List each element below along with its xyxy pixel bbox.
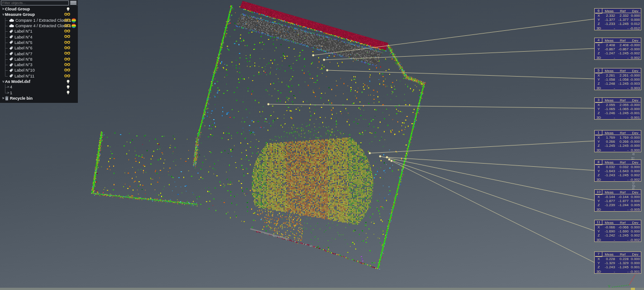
glasses-icon[interactable] bbox=[64, 12, 70, 16]
value-cell: -0.144 bbox=[602, 195, 616, 199]
table-header-row: 11MeasRefDev bbox=[595, 220, 640, 225]
glasses-icon[interactable] bbox=[64, 29, 70, 33]
value-cell: 0.005 bbox=[630, 203, 641, 207]
tree-item-measure-group[interactable]: >Measure Group bbox=[0, 12, 78, 17]
value-cell: - bbox=[616, 148, 630, 152]
measure-label-table-3[interactable]: 3MeasRefDevX2.0552.055-0.000Y-1.065-1.06… bbox=[594, 97, 641, 120]
value-cell: -1.329 bbox=[602, 261, 616, 265]
glasses-icon[interactable] bbox=[64, 34, 70, 38]
tree-item-label-n-7[interactable]: Label N°7 bbox=[0, 51, 78, 56]
value-cell: -1.377 bbox=[616, 18, 630, 22]
value-cell: - bbox=[602, 116, 616, 120]
value-cell: -1.245 bbox=[616, 111, 630, 115]
row-label: Z bbox=[595, 144, 602, 148]
tree-item-4[interactable]: >4 bbox=[0, 84, 78, 90]
tree-item-1[interactable]: >1 bbox=[0, 90, 78, 95]
value-cell: -0.000 bbox=[630, 135, 641, 140]
table-row: Y-1.329-1.3290.000 bbox=[595, 261, 640, 265]
glasses-icon[interactable] bbox=[64, 74, 70, 77]
value-cell: -0.000 bbox=[630, 77, 641, 82]
value-cell: -0.000 bbox=[630, 140, 641, 144]
value-cell: -0.066 bbox=[602, 225, 616, 229]
tree-item-as-model-dxf[interactable]: >As Model.dxf bbox=[0, 79, 78, 84]
tree-item-label: Measure Group bbox=[5, 12, 35, 17]
value-cell: -1.245 bbox=[616, 144, 630, 148]
chevron-right-icon[interactable]: > bbox=[1, 96, 5, 101]
glasses-icon[interactable] bbox=[64, 24, 70, 27]
chevron-down-icon[interactable]: > bbox=[0, 80, 6, 83]
tree-item-compare-1-extracted-cloud-1[interactable]: Compare 1 / Extracted Cloud 1 bbox=[0, 18, 78, 23]
table-row: Y-1.065-1.065-0.000 bbox=[595, 107, 640, 111]
glasses-icon[interactable] bbox=[64, 63, 70, 66]
value-cell: - bbox=[602, 86, 616, 90]
row-label: Y bbox=[595, 199, 602, 203]
table-row: X2.2612.261-0.000 bbox=[595, 73, 640, 77]
tree-item-recycle-bin[interactable]: >Recycle bin bbox=[0, 96, 78, 101]
bulb-icon[interactable] bbox=[66, 79, 70, 84]
row-label: Y bbox=[595, 47, 602, 51]
tree-item-compare-4-extracted-cloud-1[interactable]: Compare 4 / Extracted Cloud 1 bbox=[0, 23, 78, 29]
row-label: X bbox=[595, 195, 602, 199]
table-row: 3D---0.002 bbox=[595, 238, 640, 242]
tree-item-label-n-5[interactable]: Label N°5 bbox=[0, 40, 78, 45]
glasses-icon[interactable] bbox=[64, 68, 70, 72]
tree-toolbar bbox=[0, 0, 78, 6]
column-header: Dev bbox=[630, 190, 641, 194]
column-header: Meas bbox=[602, 9, 616, 13]
glasses-icon[interactable] bbox=[64, 40, 70, 44]
bulb-icon[interactable] bbox=[66, 90, 70, 95]
tree-item-label: Label N°8 bbox=[14, 57, 33, 62]
measure-label-table-5[interactable]: 5MeasRefDevX2.2612.261-0.000Y-1.058-1.05… bbox=[594, 68, 641, 90]
measure-label-table-4[interactable]: 4MeasRefDevX2.4082.408-0.000Y-0.867-0.86… bbox=[594, 38, 641, 60]
rainbow-icon[interactable] bbox=[72, 24, 76, 28]
tree-item-cloud-group[interactable]: >Cloud Group bbox=[0, 6, 78, 12]
tree-item-label-n-4[interactable]: Label N°4 bbox=[0, 34, 78, 39]
bulb-icon[interactable] bbox=[66, 7, 70, 12]
point-cloud-canvas[interactable] bbox=[0, 0, 644, 290]
table-row: X0.2280.2280.000 bbox=[595, 256, 640, 261]
measure-label-table-7[interactable]: 7MeasRefDevX0.2280.2280.000Y-1.329-1.329… bbox=[594, 251, 641, 274]
table-row: Z-1.233-1.2450.012 bbox=[595, 22, 640, 26]
column-header: Meas bbox=[602, 160, 616, 164]
tree-item-label-n-6[interactable]: Label N°6 bbox=[0, 45, 78, 51]
row-label: 3D bbox=[595, 86, 602, 90]
tree-connector-tick bbox=[5, 37, 8, 38]
tree-item-label: Label N°5 bbox=[14, 40, 33, 45]
bulb-icon[interactable] bbox=[66, 85, 70, 90]
row-label: Y bbox=[595, 261, 602, 265]
value-cell: -0.002 bbox=[630, 238, 641, 242]
measure-label-table-11[interactable]: 11MeasRefDevX-0.066-0.0660.000Y-1.690-1.… bbox=[594, 220, 641, 242]
tree-item-label-n-8[interactable]: Label N°8 bbox=[0, 57, 78, 62]
row-label: X bbox=[595, 257, 602, 261]
rainbow-icon[interactable] bbox=[72, 18, 76, 23]
table-row: 3D---0.002 bbox=[595, 178, 640, 182]
column-header: Dev bbox=[630, 252, 641, 256]
column-header: Ref bbox=[616, 221, 630, 225]
value-cell: -0.003 bbox=[630, 82, 641, 86]
glasses-icon[interactable] bbox=[64, 18, 70, 22]
table-row: X-0.144-0.1440.000 bbox=[595, 194, 640, 198]
tree-item-label-n-1[interactable]: Label N°1 bbox=[0, 29, 78, 34]
table-row: Y-1.690-1.6900.000 bbox=[595, 229, 640, 233]
measure-label-table-6[interactable]: 6MeasRefDevX2.3322.3320.000Y-1.377-1.377… bbox=[594, 8, 641, 30]
measure-label-table-10[interactable]: 10MeasRefDevX-0.144-0.1440.000Y-1.877-1.… bbox=[594, 189, 641, 212]
hamburger-menu-icon[interactable] bbox=[70, 0, 76, 5]
value-cell: - bbox=[602, 178, 616, 182]
glasses-icon[interactable] bbox=[64, 57, 70, 61]
measure-label-table-8[interactable]: 8MeasRefDevX0.0320.0320.000Y-1.643-1.643… bbox=[594, 160, 641, 182]
tag-icon bbox=[9, 63, 13, 67]
value-cell: 0.002 bbox=[630, 173, 641, 177]
value-cell: -1.065 bbox=[616, 107, 630, 111]
chevron-down-icon[interactable]: > bbox=[0, 13, 6, 16]
value-cell: - bbox=[616, 86, 630, 90]
glasses-icon[interactable] bbox=[64, 46, 70, 49]
filter-objects-input[interactable] bbox=[1, 0, 69, 5]
tree-item-label-n-10[interactable]: Label N°10 bbox=[0, 68, 78, 73]
value-cell: -0.001 bbox=[630, 111, 641, 115]
tree-item-label-n-11[interactable]: Label N°11 bbox=[0, 73, 78, 79]
column-header: Dev bbox=[630, 69, 641, 73]
glasses-icon[interactable] bbox=[64, 51, 70, 55]
chevron-right-icon[interactable]: > bbox=[1, 6, 5, 12]
measure-label-table-1[interactable]: 1MeasRefDevX1.7691.769-0.000Y0.2660.266-… bbox=[594, 130, 641, 152]
tree-item-label-n-3[interactable]: Label N°3 bbox=[0, 62, 78, 68]
